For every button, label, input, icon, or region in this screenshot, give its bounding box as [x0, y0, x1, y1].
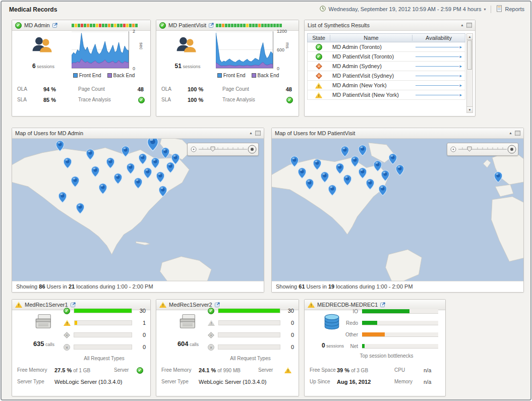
- trace-analysis-status-icon[interactable]: [286, 97, 293, 103]
- map-pin[interactable]: [328, 185, 336, 197]
- panel-menu-icon[interactable]: [466, 23, 472, 28]
- map-pin[interactable]: [106, 157, 114, 170]
- map-pin[interactable]: [91, 166, 99, 179]
- map-pin[interactable]: [55, 140, 64, 153]
- map-pin[interactable]: [381, 170, 389, 183]
- pin-icon: [328, 185, 336, 196]
- up-since-label: Up Since: [310, 379, 330, 384]
- table-row[interactable]: MD Admin (New York)▸: [307, 81, 465, 90]
- column-header-name[interactable]: Name: [330, 35, 412, 41]
- map-pin[interactable]: [298, 167, 306, 180]
- server-type-value: WebLogic Server (10.3.4.0): [54, 379, 122, 385]
- column-header-availability[interactable]: Availability: [412, 35, 465, 41]
- scroll-up-button[interactable]: ▲: [467, 34, 472, 40]
- map-pin[interactable]: [161, 147, 170, 160]
- map-pin[interactable]: [71, 176, 79, 189]
- map-pin[interactable]: [396, 164, 404, 177]
- map-pin[interactable]: [350, 156, 359, 168]
- availability-sparkline: ▸: [412, 45, 465, 49]
- map-pin[interactable]: [313, 159, 321, 171]
- zoom-slider[interactable]: [187, 143, 259, 156]
- pin-icon: [121, 146, 130, 157]
- panel-title-md-admin[interactable]: MD Admin: [24, 22, 50, 28]
- bottleneck-label: Net: [332, 343, 358, 349]
- chevron-down-icon[interactable]: ▾: [484, 7, 486, 12]
- map-pin[interactable]: [121, 146, 130, 158]
- map-pin[interactable]: [358, 145, 367, 157]
- map-pin[interactable]: [76, 203, 84, 215]
- back-end-legend-swatch: [107, 73, 112, 78]
- warning-gray-icon: [208, 320, 215, 326]
- collapse-icon[interactable]: ▲: [249, 131, 253, 136]
- map-pin[interactable]: [139, 153, 147, 166]
- heatmap-cell: [276, 24, 279, 27]
- map-pin[interactable]: [63, 157, 72, 170]
- scroll-thumb[interactable]: [467, 40, 472, 70]
- scroll-down-button[interactable]: ▼: [467, 106, 472, 112]
- pin-icon: [494, 171, 503, 183]
- heatmap-cell: [105, 24, 107, 27]
- map-pin[interactable]: [305, 179, 314, 191]
- server-status-icon[interactable]: [284, 367, 291, 373]
- trace-analysis-status-icon[interactable]: [138, 97, 145, 103]
- scrollbar[interactable]: ▲ ▼: [466, 33, 473, 113]
- map-pin[interactable]: [340, 146, 349, 158]
- time-range[interactable]: Wednesday, September 19, 2012 10:59 AM -…: [329, 6, 482, 12]
- panel-title-server1[interactable]: MedRec1Server1: [25, 302, 68, 308]
- zoom-slider[interactable]: [447, 143, 518, 156]
- collapse-icon[interactable]: ▲: [460, 23, 464, 28]
- panel-menu-icon[interactable]: [255, 131, 261, 136]
- pin-icon: [151, 157, 160, 169]
- server-status-icon[interactable]: [137, 367, 143, 374]
- map-pin[interactable]: [378, 185, 387, 197]
- collapse-icon[interactable]: ▲: [509, 131, 512, 136]
- map-pin[interactable]: [86, 149, 94, 161]
- map-pin[interactable]: [98, 183, 107, 196]
- map-pin[interactable]: [113, 173, 122, 186]
- fatal-gray-icon: [64, 344, 70, 351]
- column-header-state[interactable]: State: [308, 35, 330, 41]
- table-row[interactable]: MD Admin (Toronto)▸: [307, 42, 465, 52]
- map-pin[interactable]: [358, 167, 367, 180]
- panel-title-server2[interactable]: MedRec1Server2: [169, 302, 212, 308]
- map-pin[interactable]: [320, 171, 329, 184]
- table-row[interactable]: MD PatientVisit (New York)▸: [307, 90, 465, 100]
- request-type-row: 0: [208, 317, 294, 329]
- bar-value: 0: [136, 344, 146, 350]
- map-pin[interactable]: [366, 179, 374, 191]
- reports-link[interactable]: Reports: [505, 6, 524, 12]
- map-pin[interactable]: [494, 171, 503, 184]
- map-pin[interactable]: [151, 157, 160, 170]
- heatmap-cell: [222, 24, 224, 27]
- table-row[interactable]: MD PatientVisit (Toronto)▸: [307, 52, 465, 62]
- trace-analysis-label: Trace Analysis: [78, 97, 111, 102]
- bar-track: [362, 332, 438, 337]
- user-map[interactable]: [272, 139, 523, 281]
- map-pin[interactable]: [388, 153, 397, 166]
- map-footer: Showing 61 Users in 19 locations during …: [272, 281, 523, 292]
- panel-menu-icon[interactable]: [515, 131, 520, 136]
- y-axis-unit: ms: [285, 42, 290, 48]
- user-map[interactable]: [12, 139, 264, 281]
- table-row[interactable]: MD PatientVisit (Sydney)▸: [307, 71, 465, 81]
- map-pin[interactable]: [343, 175, 351, 187]
- free-memory-label: Free Memory: [161, 367, 191, 373]
- map-pin[interactable]: [335, 163, 344, 176]
- map-pin[interactable]: [171, 153, 180, 166]
- map-pin[interactable]: [134, 178, 142, 190]
- heatmap-cell: [255, 24, 258, 27]
- map-pin[interactable]: [58, 192, 67, 204]
- map-pin[interactable]: [290, 156, 299, 168]
- page-count-label: Page Count: [78, 86, 105, 92]
- panel-title-md-patientvisit[interactable]: MD PatientVisit: [168, 22, 206, 28]
- map-pin[interactable]: [126, 163, 135, 176]
- pin-icon: [358, 167, 367, 179]
- bar-value: 30: [284, 308, 294, 314]
- map-pin[interactable]: [147, 139, 159, 153]
- map-pin[interactable]: [156, 171, 165, 184]
- table-row[interactable]: MD Admin (Sydney)▸: [307, 62, 465, 71]
- availability-heatmap: [216, 24, 282, 27]
- map-pin[interactable]: [159, 186, 167, 198]
- drilldown-icon[interactable]: [52, 22, 58, 29]
- drilldown-icon[interactable]: [209, 22, 214, 29]
